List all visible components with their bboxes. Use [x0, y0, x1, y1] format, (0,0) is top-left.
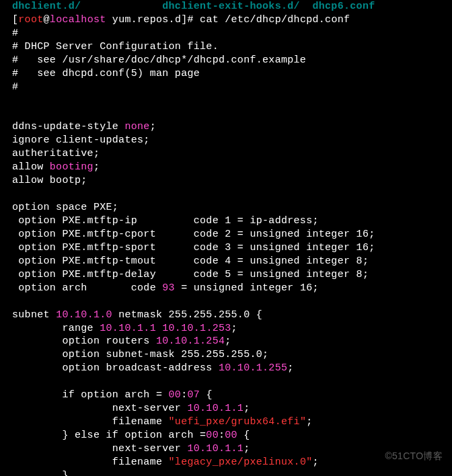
config-line: } else if option arch =00:00 { [12, 429, 452, 442]
config-line: } [12, 469, 452, 476]
partial-ls-line: dhclient.d/ dhclient-exit-hooks.d/ dhcp6… [12, 0, 452, 13]
blank-line [12, 188, 452, 201]
config-line: allow bootp; [12, 174, 452, 188]
config-line: option arch code 93 = unsigned integer 1… [12, 282, 452, 295]
config-line: range 10.10.1.1 10.10.1.253; [12, 322, 452, 335]
comment-line: # [12, 81, 452, 94]
config-line: next-server 10.10.1.1; [12, 402, 452, 415]
prompt-line: [root@localhost yum.repos.d]# cat /etc/d… [12, 13, 452, 27]
config-line: option PXE.mtftp-delay code 5 = unsigned… [12, 268, 452, 282]
blank-line [12, 375, 452, 389]
comment-line: # [12, 27, 452, 40]
comment-line: # see dhcpd.conf(5) man page [12, 67, 452, 81]
blank-line [12, 94, 452, 108]
config-line: option subnet-mask 255.255.255.0; [12, 348, 452, 362]
config-line: if option arch = 00:07 { [12, 389, 452, 402]
config-line: subnet 10.10.1.0 netmask 255.255.255.0 { [12, 309, 452, 322]
comment-line: # see /usr/share/doc/dhcp*/dhcpd.conf.ex… [12, 54, 452, 67]
terminal-output: dhclient.d/ dhclient-exit-hooks.d/ dhcp6… [0, 0, 452, 476]
blank-line [12, 295, 452, 309]
config-line: option PXE.mtftp-sport code 3 = unsigned… [12, 241, 452, 255]
config-line: ignore client-updates; [12, 134, 452, 147]
config-line: option space PXE; [12, 201, 452, 214]
config-line: option routers 10.10.1.254; [12, 335, 452, 348]
config-line: option broadcast-address 10.10.1.255; [12, 362, 452, 375]
config-line: option PXE.mtftp-tmout code 4 = unsigned… [12, 255, 452, 268]
config-line: autheritative; [12, 147, 452, 161]
config-line: option PXE.mtftp-cport code 2 = unsigned… [12, 228, 452, 241]
config-line: filename "uefi_pxe/grubx64.efi"; [12, 415, 452, 429]
blank-line [12, 108, 452, 121]
config-line: allow booting; [12, 161, 452, 174]
config-line: ddns-update-style none; [12, 120, 452, 134]
config-line: option PXE.mtftp-ip code 1 = ip-address; [12, 214, 452, 228]
comment-line: # DHCP Server Configuration file. [12, 40, 452, 54]
watermark-text: ©51CTO博客 [385, 450, 443, 463]
